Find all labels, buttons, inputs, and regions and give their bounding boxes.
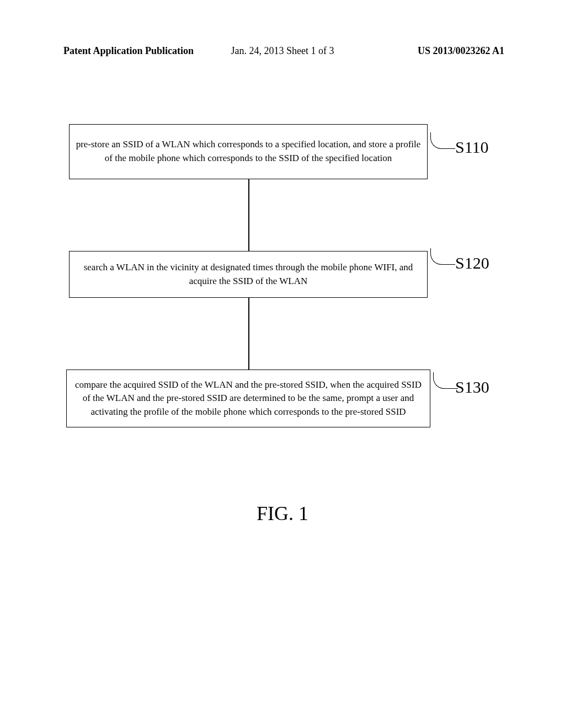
flowchart-step-3-text: compare the acquired SSID of the WLAN an… xyxy=(72,378,424,419)
page-header: Patent Application Publication Jan. 24, … xyxy=(0,45,565,57)
flowchart-diagram: pre-store an SSID of a WLAN which corres… xyxy=(69,124,497,427)
step-label-s120: S120 xyxy=(455,254,489,272)
flowchart-step-2: search a WLAN in the vicinity at designa… xyxy=(69,251,428,298)
header-publication-label: Patent Application Publication xyxy=(63,45,194,57)
label-connector-1 xyxy=(430,132,455,149)
flowchart-step-1-text: pre-store an SSID of a WLAN which corres… xyxy=(75,138,422,165)
figure-caption: FIG. 1 xyxy=(0,502,565,525)
header-date-sheet: Jan. 24, 2013 Sheet 1 of 3 xyxy=(231,45,334,57)
flowchart-step-2-text: search a WLAN in the vicinity at designa… xyxy=(75,261,422,288)
label-connector-2 xyxy=(430,248,455,265)
flowchart-step-3: compare the acquired SSID of the WLAN an… xyxy=(66,370,430,427)
step-label-s110: S110 xyxy=(455,138,489,157)
step-label-s130: S130 xyxy=(455,378,489,397)
label-connector-3 xyxy=(433,372,458,389)
flowchart-step-1: pre-store an SSID of a WLAN which corres… xyxy=(69,124,428,179)
header-patent-number: US 2013/0023262 A1 xyxy=(418,45,504,57)
connector-2-3 xyxy=(248,298,249,370)
connector-1-2 xyxy=(248,179,249,251)
